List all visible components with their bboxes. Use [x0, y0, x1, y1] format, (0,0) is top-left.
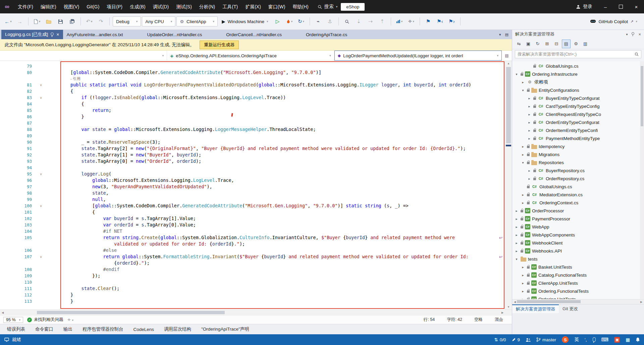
pin-icon[interactable]	[51, 32, 54, 36]
collapse-all-button[interactable]: ⊟	[552, 40, 560, 48]
step-into-button[interactable]: ⇣	[354, 16, 364, 26]
code-editor[interactable]: 7980[global::System.CodeDom.Compiler.Gen…	[0, 61, 512, 309]
scroll-up-icon[interactable]: ▲	[505, 61, 512, 66]
menu-item[interactable]: 扩展(X)	[241, 0, 265, 13]
chevron-collapsed-icon[interactable]: ▸	[514, 241, 519, 245]
chevron-collapsed-icon[interactable]: ▸	[527, 137, 532, 140]
document-tab[interactable]: OrderCancell...ntHandler.cs	[222, 30, 285, 39]
tree-item[interactable]: ▸C#WebAppComponents	[512, 231, 644, 239]
tree-item[interactable]: ▸Idempotency	[512, 142, 644, 150]
tree-item[interactable]: ▸Migrations	[512, 150, 644, 158]
pending-edits-counter[interactable]: 9	[512, 337, 520, 342]
menu-item[interactable]: 文件(F)	[14, 0, 37, 13]
solution-badge[interactable]: eShop	[341, 3, 365, 11]
panel-tab[interactable]: 程序包管理器控制台	[78, 326, 128, 332]
solution-explorer-title-bar[interactable]: 解决方案资源管理器 ▾ ×	[512, 30, 644, 39]
explorer-bottom-tab[interactable]: 解决方案资源管理器	[512, 304, 559, 313]
minimize-button[interactable]: –	[598, 0, 613, 13]
panel-tab[interactable]: 调用层次结构	[160, 326, 196, 332]
chevron-collapsed-icon[interactable]: ▸	[521, 193, 525, 197]
scroll-left-icon[interactable]: ◀	[0, 310, 5, 315]
code-cleanup-button[interactable]: ✧▾	[406, 16, 417, 26]
project-dropdown[interactable]: ▾	[0, 51, 167, 61]
new-file-button[interactable]: ▾	[32, 16, 42, 26]
tree-item[interactable]: ▸C#Basket.UnitTests	[512, 263, 644, 271]
scroll-right-icon[interactable]: ▶	[639, 299, 644, 304]
editor-horizontal-scrollbar[interactable]: ◀ ▶	[0, 309, 512, 315]
start-debugging-button[interactable]: ▶ Windows Machine ▾	[219, 16, 271, 26]
sogou-ime-logo-icon[interactable]: S	[562, 336, 569, 343]
chevron-down-icon[interactable]: ▾	[626, 32, 628, 36]
fold-marker-icon[interactable]: ∨	[32, 203, 50, 209]
menu-item[interactable]: 生成(B)	[126, 0, 149, 13]
save-all-button[interactable]	[67, 16, 77, 26]
ime-language-indicator[interactable]: 英	[574, 337, 579, 343]
menu-item[interactable]: Git(G)	[83, 0, 103, 13]
refresh-button[interactable]: ↻	[534, 40, 542, 48]
step-over-button[interactable]: ⇢	[365, 16, 376, 26]
restart-application-button[interactable]: ↻▾	[296, 16, 307, 26]
rerun-generator-button[interactable]: 重新运行生成器	[200, 41, 239, 49]
platform-dropdown[interactable]: Any CPU ▾	[142, 16, 175, 26]
startup-project-dropdown[interactable]: ⚙ ClientApp ▾	[176, 16, 218, 26]
switch-views-button[interactable]: ⇆	[515, 40, 523, 48]
scroll-down-icon[interactable]: ▼	[505, 304, 512, 309]
tree-item[interactable]: ▸C#CardTypeEntityTypeConfig	[512, 102, 644, 110]
fold-marker-icon[interactable]: ∨	[32, 171, 50, 177]
properties-button[interactable]: ⚙	[572, 40, 580, 48]
step-out-button[interactable]: ⇡	[377, 16, 388, 26]
ime-skin-grid-icon[interactable]: ▦	[626, 337, 630, 342]
tree-item[interactable]: ▾EntityConfigurations	[512, 86, 644, 94]
chevron-collapsed-icon[interactable]: ▸	[521, 289, 525, 293]
scrollbar-thumb[interactable]	[517, 300, 581, 303]
hot-reload-button[interactable]: ▾	[284, 16, 295, 26]
tree-item[interactable]: ▸C#OrderProcessor	[512, 207, 644, 215]
menu-item[interactable]: 项目(P)	[103, 0, 126, 13]
close-tab-icon[interactable]: ×	[56, 32, 59, 37]
panel-tab[interactable]: 错误列表	[3, 326, 30, 332]
chevron-expanded-icon[interactable]: ▾	[521, 88, 525, 92]
menu-item[interactable]: 帮助(H)	[289, 0, 312, 13]
tree-item[interactable]: ▸C#Ordering.UnitTests	[512, 295, 644, 299]
tree-item[interactable]: ▾tests	[512, 255, 644, 263]
preview-selected-items-button[interactable]: ▥	[581, 40, 589, 48]
chevron-collapsed-icon[interactable]: ▸	[527, 177, 532, 181]
start-without-debugging-button[interactable]: ▷	[272, 16, 283, 26]
tree-item[interactable]: ▸C#OrderingContext.cs	[512, 199, 644, 207]
chevron-collapsed-icon[interactable]: ▸	[514, 249, 519, 253]
menu-item[interactable]: 分析(N)	[196, 0, 219, 13]
tree-item[interactable]: ▸C#OrderEntityTypeConfigurat	[512, 118, 644, 126]
window-menu-icon[interactable]: ▤	[505, 32, 508, 37]
tree-item[interactable]: ▸C#OrderItemEntityTypeConfi	[512, 126, 644, 134]
save-button[interactable]	[55, 16, 66, 26]
chevron-expanded-icon[interactable]: ▾	[514, 72, 519, 76]
chevron-collapsed-icon[interactable]: ▸	[527, 105, 532, 108]
chevron-collapsed-icon[interactable]: ▸	[527, 113, 532, 116]
chevron-collapsed-icon[interactable]: ▸	[527, 129, 532, 132]
tree-item[interactable]: ▸C#MediatorExtension.cs	[512, 191, 644, 199]
chevron-collapsed-icon[interactable]: ▸	[521, 80, 525, 84]
navigate-back-button[interactable]: ←▾	[3, 16, 13, 26]
pin-icon[interactable]	[632, 32, 634, 35]
explorer-bottom-tab[interactable]: Git 更改	[559, 304, 582, 313]
active-files-dropdown-icon[interactable]: ▾	[499, 32, 501, 37]
undo-button[interactable]: ↶▾	[84, 16, 95, 26]
chevron-collapsed-icon[interactable]: ▸	[521, 265, 525, 269]
split-window-button[interactable]: ▤	[502, 51, 512, 61]
show-all-files-button[interactable]: ▤	[562, 40, 571, 48]
panel-tab[interactable]: "OrderingApiTrace"声明	[197, 326, 254, 332]
pending-changes-filter-button[interactable]: ▣	[524, 40, 532, 48]
tree-item[interactable]: ▸C#Ordering.FunctionalTests	[512, 287, 644, 295]
scroll-right-icon[interactable]: ▶	[500, 310, 505, 315]
menu-item[interactable]: 测试(S)	[172, 0, 196, 13]
open-file-button[interactable]	[43, 16, 54, 26]
chevron-collapsed-icon[interactable]: ▸	[514, 233, 519, 237]
tree-item[interactable]: ▾C#Ordering.Infrastructure	[512, 70, 644, 78]
menu-item[interactable]: 工具(T)	[219, 0, 241, 13]
type-dropdown[interactable]: ◈ eShop.Ordering.API.Extensions.Ordering…	[167, 51, 334, 61]
tree-item[interactable]: ▸⚙依赖项	[512, 78, 644, 86]
find-in-files-button[interactable]	[342, 16, 353, 26]
nest-files-button[interactable]: ⊞	[543, 40, 551, 48]
chevron-collapsed-icon[interactable]: ▸	[527, 96, 532, 100]
column-indicator[interactable]: 字符: 42	[447, 317, 462, 323]
